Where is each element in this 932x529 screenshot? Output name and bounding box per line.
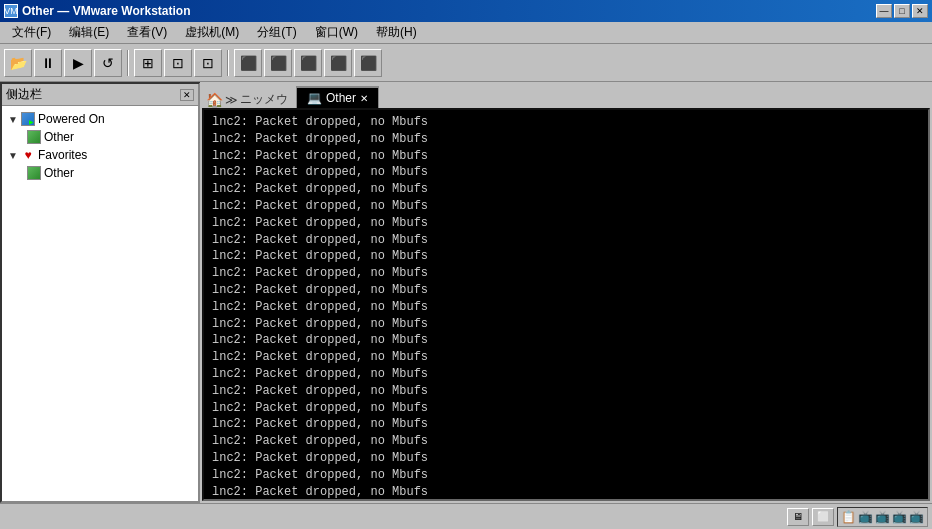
terminal-line: lnc2: Packet dropped, no Mbufs bbox=[212, 282, 920, 299]
sidebar-header: 侧边栏 ✕ bbox=[2, 84, 198, 106]
toolbar-separator-4 bbox=[127, 50, 129, 76]
terminal-line: lnc2: Packet dropped, no Mbufs bbox=[212, 467, 920, 484]
terminal-line: lnc2: Packet dropped, no Mbufs bbox=[212, 131, 920, 148]
favorites-icon: ♥ bbox=[20, 148, 36, 162]
terminal-line: lnc2: Packet dropped, no Mbufs bbox=[212, 114, 920, 131]
content-area: 🏠 ≫ ニッメウ 💻 Other ✕ lnc2: Packet dropped,… bbox=[200, 82, 932, 503]
status-btn-1[interactable]: 🖥 bbox=[787, 508, 809, 526]
terminal-line: lnc2: Packet dropped, no Mbufs bbox=[212, 181, 920, 198]
pause-button[interactable]: ⏸ bbox=[34, 49, 62, 77]
breadcrumb: 🏠 ≫ ニッメウ bbox=[206, 91, 288, 108]
titlebar-controls: — □ ✕ bbox=[876, 4, 928, 18]
sidebar-title: 侧边栏 bbox=[6, 86, 42, 103]
terminal-line: lnc2: Packet dropped, no Mbufs bbox=[212, 383, 920, 400]
terminal-line: lnc2: Packet dropped, no Mbufs bbox=[212, 232, 920, 249]
titlebar: VM Other — VMware Workstation — □ ✕ bbox=[0, 0, 932, 22]
terminal-line: lnc2: Packet dropped, no Mbufs bbox=[212, 148, 920, 165]
terminal-line: lnc2: Packet dropped, no Mbufs bbox=[212, 248, 920, 265]
menu-item----h-[interactable]: 帮助(H) bbox=[368, 22, 425, 43]
other-vm-1-label: Other bbox=[44, 130, 74, 144]
cmd2-button[interactable]: ⊡ bbox=[164, 49, 192, 77]
status-icon-7: 📺 bbox=[909, 510, 924, 524]
status-icon-3: 📋 bbox=[841, 510, 856, 524]
close-button[interactable]: ✕ bbox=[912, 4, 928, 18]
cmd1-button[interactable]: ⊞ bbox=[134, 49, 162, 77]
breadcrumb-path: ニッメウ bbox=[240, 91, 288, 108]
tab-icon: 💻 bbox=[307, 91, 322, 105]
menu-item----w-[interactable]: 窗口(W) bbox=[307, 22, 366, 43]
play-button[interactable]: ▶ bbox=[64, 49, 92, 77]
toolbar-separator-8 bbox=[227, 50, 229, 76]
sidebar-item-powered-on[interactable]: ▼ Powered On bbox=[2, 110, 198, 128]
status-icon-4: 📺 bbox=[858, 510, 873, 524]
refresh-button[interactable]: ↺ bbox=[94, 49, 122, 77]
terminal-line: lnc2: Packet dropped, no Mbufs bbox=[212, 400, 920, 417]
open-button[interactable]: 📂 bbox=[4, 49, 32, 77]
view5-button[interactable]: ⬛ bbox=[354, 49, 382, 77]
cmd3-button[interactable]: ⊡ bbox=[194, 49, 222, 77]
tab-close-button[interactable]: ✕ bbox=[360, 93, 368, 104]
sidebar-content: ▼ Powered On Other ▼ ♥ Favorites bbox=[2, 106, 198, 186]
minimize-button[interactable]: — bbox=[876, 4, 892, 18]
view3-button[interactable]: ⬛ bbox=[294, 49, 322, 77]
status-icon-6: 📺 bbox=[892, 510, 907, 524]
terminal-line: lnc2: Packet dropped, no Mbufs bbox=[212, 198, 920, 215]
powered-on-label: Powered On bbox=[38, 112, 105, 126]
vm-icon-1 bbox=[26, 130, 42, 144]
statusbar: 🖥 ⬜ 📋 📺 📺 📺 📺 bbox=[0, 503, 932, 529]
terminal-line: lnc2: Packet dropped, no Mbufs bbox=[212, 215, 920, 232]
other-vm-2-label: Other bbox=[44, 166, 74, 180]
terminal-line: lnc2: Packet dropped, no Mbufs bbox=[212, 484, 920, 501]
view1-button[interactable]: ⬛ bbox=[234, 49, 262, 77]
vm-icon-2 bbox=[26, 166, 42, 180]
favorites-label: Favorites bbox=[38, 148, 87, 162]
menu-item----e-[interactable]: 编辑(E) bbox=[61, 22, 117, 43]
terminal-line: lnc2: Packet dropped, no Mbufs bbox=[212, 366, 920, 383]
sidebar-item-other-1[interactable]: Other bbox=[2, 128, 198, 146]
tab-label: Other bbox=[326, 91, 356, 105]
menu-item----f-[interactable]: 文件(F) bbox=[4, 22, 59, 43]
status-icon-group: 📋 📺 📺 📺 📺 bbox=[837, 507, 928, 527]
terminal-line: lnc2: Packet dropped, no Mbufs bbox=[212, 316, 920, 333]
terminal-line: lnc2: Packet dropped, no Mbufs bbox=[212, 299, 920, 316]
terminal-line: lnc2: Packet dropped, no Mbufs bbox=[212, 332, 920, 349]
terminal[interactable]: lnc2: Packet dropped, no Mbufslnc2: Pack… bbox=[202, 108, 930, 501]
terminal-line: lnc2: Packet dropped, no Mbufs bbox=[212, 500, 920, 501]
menu-item----t-[interactable]: 分组(T) bbox=[249, 22, 304, 43]
view4-button[interactable]: ⬛ bbox=[324, 49, 352, 77]
menu-item-----m-[interactable]: 虚拟机(M) bbox=[177, 22, 247, 43]
terminal-line: lnc2: Packet dropped, no Mbufs bbox=[212, 416, 920, 433]
status-icon-5: 📺 bbox=[875, 510, 890, 524]
powered-on-icon bbox=[20, 112, 36, 126]
terminal-line: lnc2: Packet dropped, no Mbufs bbox=[212, 164, 920, 181]
titlebar-title: Other — VMware Workstation bbox=[22, 4, 190, 18]
sidebar-item-favorites[interactable]: ▼ ♥ Favorites bbox=[2, 146, 198, 164]
main-area: 侧边栏 ✕ ▼ Powered On Other ▼ bbox=[0, 82, 932, 503]
terminal-line: lnc2: Packet dropped, no Mbufs bbox=[212, 450, 920, 467]
tab-bar: 🏠 ≫ ニッメウ 💻 Other ✕ bbox=[202, 84, 930, 108]
sidebar-close-button[interactable]: ✕ bbox=[180, 89, 194, 101]
expander-favorites: ▼ bbox=[6, 148, 20, 162]
maximize-button[interactable]: □ bbox=[894, 4, 910, 18]
terminal-line: lnc2: Packet dropped, no Mbufs bbox=[212, 265, 920, 282]
menubar: 文件(F)编辑(E)查看(V)虚拟机(M)分组(T)窗口(W)帮助(H) bbox=[0, 22, 932, 44]
expander-powered-on: ▼ bbox=[6, 112, 20, 126]
view2-button[interactable]: ⬛ bbox=[264, 49, 292, 77]
app-icon: VM bbox=[4, 4, 18, 18]
breadcrumb-arrow: ≫ bbox=[225, 93, 238, 107]
sidebar-item-other-2[interactable]: Other bbox=[2, 164, 198, 182]
menu-item----v-[interactable]: 查看(V) bbox=[119, 22, 175, 43]
tab-other[interactable]: 💻 Other ✕ bbox=[296, 86, 379, 108]
home-icon: 🏠 bbox=[206, 92, 223, 108]
sidebar: 侧边栏 ✕ ▼ Powered On Other ▼ bbox=[0, 82, 200, 503]
status-btn-2[interactable]: ⬜ bbox=[812, 508, 834, 526]
terminal-line: lnc2: Packet dropped, no Mbufs bbox=[212, 433, 920, 450]
terminal-line: lnc2: Packet dropped, no Mbufs bbox=[212, 349, 920, 366]
titlebar-left: VM Other — VMware Workstation bbox=[4, 4, 190, 18]
toolbar: 📂⏸▶↺⊞⊡⊡⬛⬛⬛⬛⬛ bbox=[0, 44, 932, 82]
